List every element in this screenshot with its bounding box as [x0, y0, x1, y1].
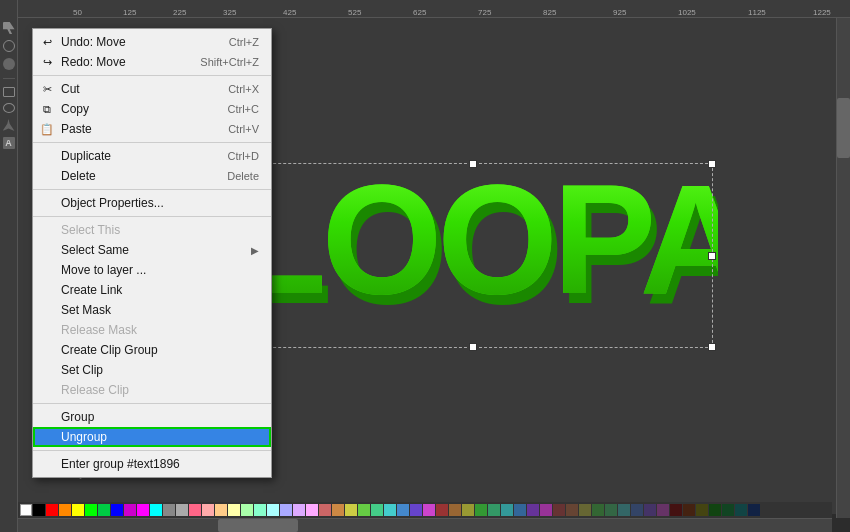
handle-mr[interactable]: [708, 252, 716, 260]
menu-item-select-same[interactable]: Select Same ▶: [33, 240, 271, 260]
handle-tr[interactable]: [708, 160, 716, 168]
palette-swatch[interactable]: [111, 504, 123, 516]
pen-tool-icon[interactable]: [3, 119, 15, 131]
palette-swatch[interactable]: [605, 504, 617, 516]
palette-swatch[interactable]: [332, 504, 344, 516]
palette-swatch[interactable]: [150, 504, 162, 516]
palette-swatch[interactable]: [696, 504, 708, 516]
palette-swatch[interactable]: [670, 504, 682, 516]
scrollbar-vertical[interactable]: [836, 18, 850, 518]
menu-item-redo[interactable]: ↪ Redo: Move Shift+Ctrl+Z: [33, 52, 271, 72]
palette-swatch[interactable]: [137, 504, 149, 516]
palette-swatch[interactable]: [202, 504, 214, 516]
palette-swatch[interactable]: [345, 504, 357, 516]
submenu-arrow-icon: ▶: [251, 245, 259, 256]
menu-item-undo[interactable]: ↩ Undo: Move Ctrl+Z: [33, 32, 271, 52]
menu-item-move-to-layer[interactable]: Move to layer ...: [33, 260, 271, 280]
palette-swatch[interactable]: [501, 504, 513, 516]
palette-swatch[interactable]: [449, 504, 461, 516]
palette-swatch[interactable]: [748, 504, 760, 516]
palette-swatch[interactable]: [488, 504, 500, 516]
palette-swatch[interactable]: [228, 504, 240, 516]
palette-swatch[interactable]: [423, 504, 435, 516]
palette-swatch[interactable]: [371, 504, 383, 516]
palette-swatch[interactable]: [397, 504, 409, 516]
copy-label: Copy: [61, 102, 89, 116]
palette-swatch[interactable]: [462, 504, 474, 516]
palette-swatch[interactable]: [85, 504, 97, 516]
menu-item-create-clip-group[interactable]: Create Clip Group: [33, 340, 271, 360]
palette-swatch[interactable]: [436, 504, 448, 516]
handle-br[interactable]: [708, 343, 716, 351]
palette-swatch[interactable]: [631, 504, 643, 516]
menu-item-group[interactable]: Group: [33, 407, 271, 427]
set-clip-label: Set Clip: [61, 363, 103, 377]
palette-swatch[interactable]: [722, 504, 734, 516]
separator-5: [33, 403, 271, 404]
palette-swatch[interactable]: [72, 504, 84, 516]
palette-swatch[interactable]: [280, 504, 292, 516]
palette-swatch[interactable]: [98, 504, 110, 516]
palette-swatch[interactable]: [59, 504, 71, 516]
palette-swatch[interactable]: [254, 504, 266, 516]
palette-swatch[interactable]: [46, 504, 58, 516]
handle-tc[interactable]: [469, 160, 477, 168]
ellipse-tool-icon[interactable]: [3, 103, 15, 113]
menu-item-object-props[interactable]: Object Properties...: [33, 193, 271, 213]
text-tool-icon[interactable]: A: [3, 137, 15, 149]
scrollbar-thumb-h[interactable]: [218, 519, 298, 532]
palette-swatch[interactable]: [267, 504, 279, 516]
zoom-tool-icon[interactable]: [3, 58, 15, 70]
palette-swatch[interactable]: [319, 504, 331, 516]
palette-swatch[interactable]: [20, 504, 32, 516]
menu-item-set-mask[interactable]: Set Mask: [33, 300, 271, 320]
menu-item-delete[interactable]: Delete Delete: [33, 166, 271, 186]
cut-label: Cut: [61, 82, 80, 96]
palette-swatch[interactable]: [358, 504, 370, 516]
palette-swatch[interactable]: [709, 504, 721, 516]
palette-swatch[interactable]: [579, 504, 591, 516]
menu-item-paste[interactable]: 📋 Paste Ctrl+V: [33, 119, 271, 139]
palette-swatch[interactable]: [384, 504, 396, 516]
palette-swatch[interactable]: [410, 504, 422, 516]
rect-tool-icon[interactable]: [3, 87, 15, 97]
menu-item-cut[interactable]: ✂ Cut Ctrl+X: [33, 79, 271, 99]
select-tool-icon[interactable]: [3, 22, 15, 34]
palette-swatch[interactable]: [657, 504, 669, 516]
menu-item-release-clip: Release Clip: [33, 380, 271, 400]
palette-swatch[interactable]: [33, 504, 45, 516]
menu-item-create-link[interactable]: Create Link: [33, 280, 271, 300]
handle-bc[interactable]: [469, 343, 477, 351]
palette-swatch[interactable]: [306, 504, 318, 516]
node-tool-icon[interactable]: [3, 40, 15, 52]
palette-swatch[interactable]: [215, 504, 227, 516]
palette-swatch[interactable]: [592, 504, 604, 516]
palette-swatch[interactable]: [163, 504, 175, 516]
palette-swatch[interactable]: [527, 504, 539, 516]
palette-swatch[interactable]: [618, 504, 630, 516]
undo-label: Undo: Move: [61, 35, 126, 49]
palette-swatch[interactable]: [683, 504, 695, 516]
scrollbar-horizontal[interactable]: [18, 518, 832, 532]
cut-shortcut: Ctrl+X: [228, 83, 259, 95]
menu-item-set-clip[interactable]: Set Clip: [33, 360, 271, 380]
palette-swatch[interactable]: [475, 504, 487, 516]
menu-item-duplicate[interactable]: Duplicate Ctrl+D: [33, 146, 271, 166]
menu-item-ungroup[interactable]: Ungroup: [33, 427, 271, 447]
scrollbar-thumb-v[interactable]: [837, 98, 850, 158]
palette-swatch[interactable]: [124, 504, 136, 516]
palette-swatch[interactable]: [540, 504, 552, 516]
palette-swatch[interactable]: [566, 504, 578, 516]
delete-label: Delete: [61, 169, 96, 183]
palette-swatch[interactable]: [735, 504, 747, 516]
duplicate-shortcut: Ctrl+D: [228, 150, 259, 162]
palette-swatch[interactable]: [176, 504, 188, 516]
palette-swatch[interactable]: [293, 504, 305, 516]
palette-swatch[interactable]: [241, 504, 253, 516]
palette-swatch[interactable]: [514, 504, 526, 516]
palette-swatch[interactable]: [189, 504, 201, 516]
palette-swatch[interactable]: [553, 504, 565, 516]
menu-item-enter-group[interactable]: Enter group #text1896: [33, 454, 271, 474]
palette-swatch[interactable]: [644, 504, 656, 516]
menu-item-copy[interactable]: ⧉ Copy Ctrl+C: [33, 99, 271, 119]
